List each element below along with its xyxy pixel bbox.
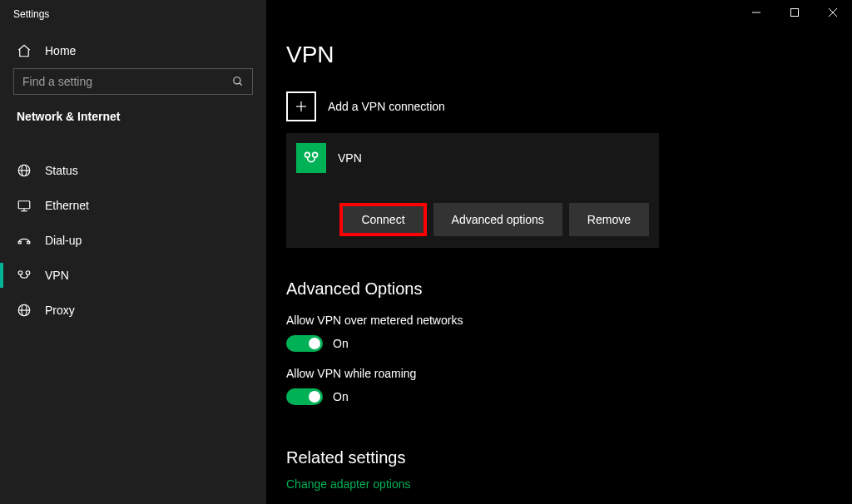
advanced-options-heading: Advanced Options [286, 279, 832, 299]
sidebar-item-proxy[interactable]: Proxy [0, 293, 266, 328]
search-box[interactable] [13, 68, 253, 95]
plus-icon [286, 91, 316, 121]
svg-point-11 [26, 271, 30, 275]
setting-roaming: Allow VPN while roaming On [286, 367, 832, 405]
toggle-metered-state: On [333, 337, 349, 350]
vpn-icon [17, 268, 32, 283]
toggle-roaming-state: On [333, 390, 349, 403]
svg-point-0 [234, 77, 240, 84]
setting-metered-label: Allow VPN over metered networks [286, 314, 832, 327]
svg-rect-8 [18, 242, 21, 244]
home-icon [17, 43, 32, 58]
toggle-metered[interactable] [286, 335, 323, 352]
main-content: VPN Add a VPN connection VPN Connect [266, 0, 852, 504]
nav-home[interactable]: Home [0, 33, 266, 68]
add-vpn-connection[interactable]: Add a VPN connection [286, 91, 832, 121]
add-vpn-label: Add a VPN connection [328, 100, 445, 113]
connect-button[interactable]: Connect [343, 206, 423, 233]
sidebar-item-status[interactable]: Status [0, 153, 266, 188]
minimize-button[interactable] [737, 0, 775, 25]
remove-button[interactable]: Remove [569, 203, 649, 236]
sidebar-nav: Status Ethernet Dial-u [0, 153, 266, 328]
sidebar-category: Network & Internet [0, 110, 266, 133]
sidebar-item-vpn[interactable]: VPN [0, 258, 266, 293]
setting-metered: Allow VPN over metered networks On [286, 314, 832, 352]
proxy-icon [17, 303, 32, 318]
vpn-connection-card[interactable]: VPN Connect Advanced options Remove [286, 133, 659, 248]
svg-rect-5 [18, 201, 30, 209]
window-title: Settings [0, 0, 266, 25]
window-controls [737, 0, 852, 25]
vpn-connection-icon [296, 143, 326, 173]
nav-home-label: Home [45, 44, 76, 57]
svg-line-1 [240, 83, 242, 86]
sidebar-item-label: VPN [45, 269, 69, 282]
svg-rect-9 [27, 242, 30, 244]
related-settings-heading: Related settings [286, 448, 832, 467]
svg-rect-16 [791, 9, 799, 17]
svg-point-22 [313, 152, 318, 157]
toggle-roaming[interactable] [286, 388, 323, 405]
setting-roaming-label: Allow VPN while roaming [286, 367, 832, 380]
maximize-button[interactable] [775, 0, 814, 25]
dialup-icon [17, 233, 32, 248]
svg-point-10 [18, 271, 22, 275]
sidebar-item-label: Dial-up [45, 234, 82, 247]
sidebar-item-label: Proxy [45, 304, 75, 317]
link-change-adapter[interactable]: Change adapter options [286, 477, 410, 491]
search-input[interactable] [22, 75, 230, 88]
vpn-connection-name: VPN [338, 151, 362, 165]
ethernet-icon [17, 198, 32, 213]
connect-button-highlight: Connect [339, 203, 426, 236]
sidebar: Settings Home Network & Internet [0, 0, 266, 504]
svg-point-21 [305, 152, 310, 157]
status-icon [17, 163, 32, 178]
sidebar-item-ethernet[interactable]: Ethernet [0, 188, 266, 223]
advanced-options-button[interactable]: Advanced options [433, 203, 562, 236]
sidebar-item-dialup[interactable]: Dial-up [0, 223, 266, 258]
close-button[interactable] [814, 0, 852, 25]
search-icon [230, 74, 245, 89]
sidebar-item-label: Ethernet [45, 199, 89, 212]
sidebar-item-label: Status [45, 164, 78, 177]
